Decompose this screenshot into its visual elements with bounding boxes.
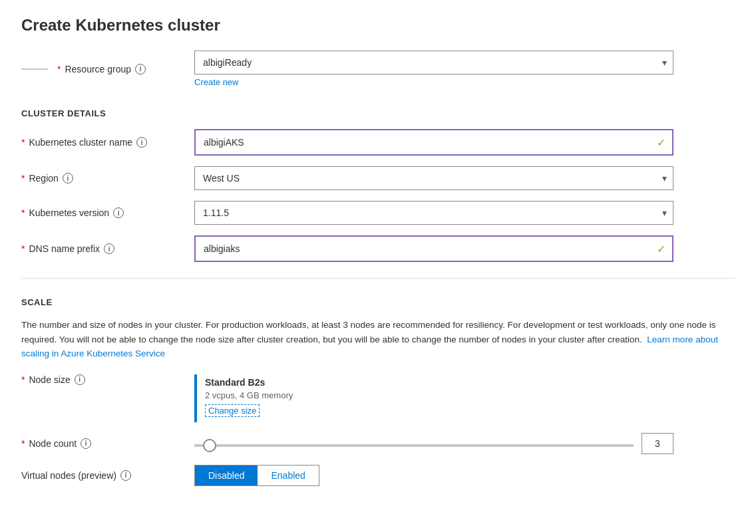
breadcrumb-dash [21, 68, 48, 70]
node-count-value-box: 3 [642, 433, 673, 454]
resource-group-select-wrapper: albigiReady ▾ [194, 51, 673, 74]
dns-prefix-info-icon[interactable]: i [104, 243, 114, 254]
create-new-link[interactable]: Create new [194, 77, 673, 87]
node-count-row: * Node count i 3 [21, 433, 735, 454]
region-info-icon[interactable]: i [63, 173, 73, 184]
virtual-nodes-disabled-btn[interactable]: Disabled [195, 466, 258, 485]
node-count-info-icon[interactable]: i [81, 438, 91, 449]
virtual-nodes-info-icon[interactable]: i [120, 470, 131, 481]
k8s-version-required: * [21, 207, 25, 218]
node-size-info-icon[interactable]: i [75, 374, 85, 385]
dns-prefix-label-group: * DNS name prefix i [21, 243, 194, 254]
region-select[interactable]: West US East US North Europe West Europe [194, 166, 673, 190]
node-size-name: Standard B2s [205, 377, 293, 388]
k8s-version-label-group: * Kubernetes version i [21, 207, 194, 218]
k8s-version-select[interactable]: 1.11.5 1.11.4 1.10.9 1.9.11 [194, 201, 673, 225]
region-row: * Region i West US East US North Europe … [21, 166, 735, 190]
dns-prefix-input[interactable] [196, 237, 672, 261]
virtual-nodes-toggle-group: Disabled Enabled [194, 465, 319, 486]
node-count-label-group: * Node count i [21, 438, 194, 449]
node-count-slider-row: 3 [194, 433, 673, 454]
node-count-required: * [21, 438, 25, 449]
resource-group-field: albigiReady ▾ Create new [194, 51, 673, 87]
node-count-field: 3 [194, 433, 673, 454]
cluster-name-label-group: * Kubernetes cluster name i [21, 137, 194, 148]
cluster-name-row: * Kubernetes cluster name i ✓ [21, 129, 735, 156]
scale-header: SCALE [21, 292, 735, 307]
node-count-label-text: Node count [29, 438, 77, 449]
node-size-specs: 2 vcpus, 4 GB memory [205, 390, 293, 400]
k8s-version-info-icon[interactable]: i [113, 207, 124, 218]
node-size-bar [194, 374, 197, 422]
k8s-version-label-text: Kubernetes version [29, 207, 109, 218]
virtual-nodes-field: Disabled Enabled [194, 465, 673, 486]
node-count-slider[interactable] [194, 444, 634, 447]
dns-prefix-input-wrapper: ✓ [194, 235, 673, 262]
dns-prefix-row: * DNS name prefix i ✓ [21, 235, 735, 262]
region-select-wrapper: West US East US North Europe West Europe… [194, 166, 673, 190]
page-title: Create Kubernetes cluster [21, 16, 735, 35]
k8s-version-select-wrapper: 1.11.5 1.11.4 1.10.9 1.9.11 ▾ [194, 201, 673, 225]
resource-group-info-icon[interactable]: i [135, 64, 146, 74]
resource-group-select[interactable]: albigiReady [194, 51, 673, 74]
cluster-name-input[interactable] [196, 130, 672, 154]
cluster-name-info-icon[interactable]: i [136, 137, 147, 148]
scale-description: The number and size of nodes in your clu… [21, 318, 735, 361]
virtual-nodes-label-group: Virtual nodes (preview) i [21, 470, 194, 481]
node-size-card: Standard B2s 2 vcpus, 4 GB memory Change… [194, 374, 673, 422]
region-label-text: Region [29, 173, 58, 184]
node-size-label-group: * Node size i [21, 374, 194, 385]
cluster-name-field: ✓ [194, 129, 673, 156]
k8s-version-row: * Kubernetes version i 1.11.5 1.11.4 1.1… [21, 201, 735, 225]
change-size-link[interactable]: Change size [205, 404, 260, 417]
virtual-nodes-enabled-btn[interactable]: Enabled [258, 466, 318, 485]
region-field: West US East US North Europe West Europe… [194, 166, 673, 190]
region-label-group: * Region i [21, 173, 194, 184]
cluster-name-check-icon: ✓ [657, 136, 665, 149]
cluster-name-required: * [21, 137, 25, 148]
node-size-info: Standard B2s 2 vcpus, 4 GB memory Change… [205, 374, 293, 422]
resource-group-label: * Resource group i [21, 64, 194, 74]
k8s-version-field: 1.11.5 1.11.4 1.10.9 1.9.11 ▾ [194, 201, 673, 225]
node-count-slider-wrapper [194, 438, 634, 449]
node-size-required: * [21, 374, 25, 385]
resource-group-required: * [57, 64, 61, 74]
dns-prefix-required: * [21, 243, 25, 254]
resource-group-label-text: Resource group [65, 64, 131, 74]
region-required: * [21, 173, 25, 184]
dns-prefix-check-icon: ✓ [657, 243, 665, 255]
dns-prefix-field: ✓ [194, 235, 673, 262]
node-size-row: * Node size i Standard B2s 2 vcpus, 4 GB… [21, 374, 735, 422]
node-size-field: Standard B2s 2 vcpus, 4 GB memory Change… [194, 374, 673, 422]
cluster-name-input-wrapper: ✓ [194, 129, 673, 156]
cluster-details-header: CLUSTER DETAILS [21, 103, 735, 118]
virtual-nodes-row: Virtual nodes (preview) i Disabled Enabl… [21, 465, 735, 486]
node-size-label-text: Node size [29, 374, 70, 385]
scale-divider [21, 278, 735, 279]
cluster-name-label-text: Kubernetes cluster name [29, 137, 132, 148]
dns-prefix-label-text: DNS name prefix [29, 243, 100, 254]
virtual-nodes-label-text: Virtual nodes (preview) [21, 470, 116, 481]
